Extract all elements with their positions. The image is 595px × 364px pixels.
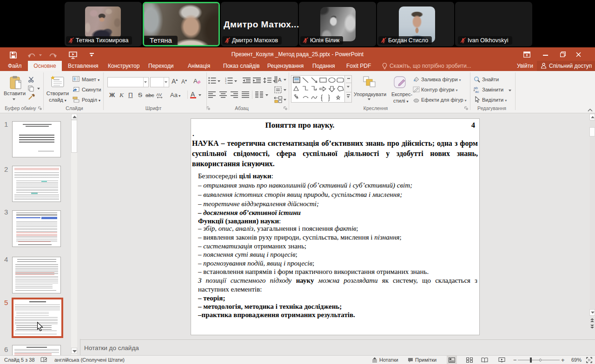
svg-text:А: А <box>193 78 198 84</box>
svg-text:3: 3 <box>225 82 226 84</box>
svg-text:AV: AV <box>156 92 162 97</box>
svg-text:А: А <box>278 77 282 83</box>
svg-text:ac: ac <box>475 90 479 93</box>
